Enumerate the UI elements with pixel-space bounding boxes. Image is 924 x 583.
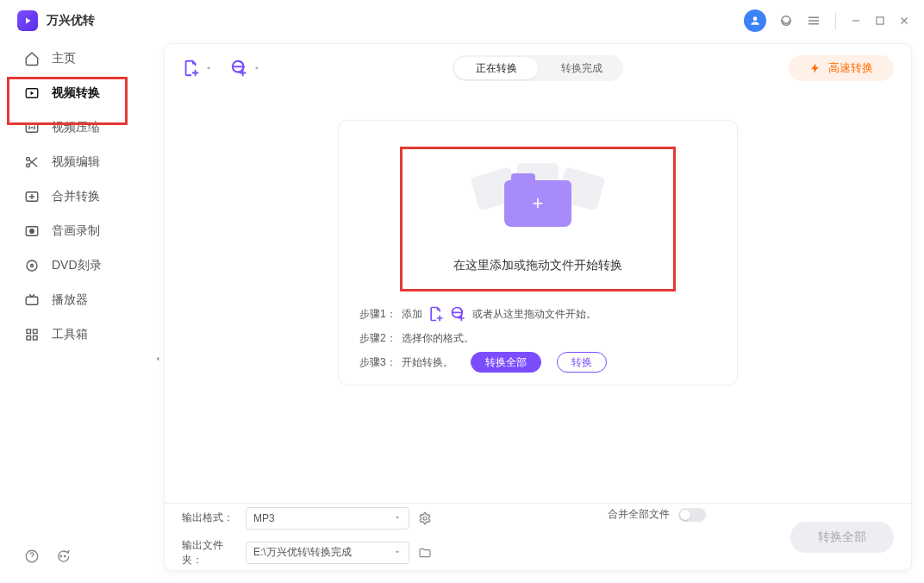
svg-rect-16	[34, 336, 38, 341]
convert-pill[interactable]: 转换	[557, 352, 607, 373]
title-bar: 万兴优转	[0, 0, 924, 41]
output-format-label: 输出格式：	[182, 511, 237, 525]
svg-point-5	[27, 157, 30, 160]
add-file-icon	[428, 305, 445, 323]
help-icon[interactable]	[24, 549, 40, 567]
bottom-bar: 输出格式： MP3 输出文件夹： E:\万兴优转\转换完成 合并全部文件 转换全…	[165, 503, 911, 570]
add-url-button[interactable]	[230, 59, 261, 78]
sidebar-item-merge-convert[interactable]: 合并转换	[0, 179, 157, 214]
drop-card: + 在这里添加或拖动文件开始转换 步骤1： 添加 或者从这里拖动文件开始。 步骤…	[338, 120, 738, 386]
sidebar-item-toolbox[interactable]: 工具箱	[0, 317, 157, 352]
svg-rect-13	[27, 329, 31, 334]
sidebar-item-label: 视频压缩	[52, 120, 100, 135]
output-format-select[interactable]: MP3	[246, 507, 409, 530]
video-convert-icon	[24, 85, 40, 101]
svg-point-22	[423, 517, 427, 520]
step1-text: 添加	[402, 307, 422, 322]
sidebar-item-video-compress[interactable]: 视频压缩	[0, 110, 157, 145]
sidebar-item-label: 主页	[52, 51, 76, 66]
sidebar-item-video-convert[interactable]: 视频转换	[0, 76, 157, 110]
main-panel: 正在转换 转换完成 高速转换 + 在这里添加或拖动文件开始转换 步骤1： 添加 …	[164, 43, 912, 571]
output-folder-value: E:\万兴优转\转换完成	[253, 545, 352, 560]
svg-rect-2	[877, 17, 883, 24]
step3-label: 步骤3：	[359, 355, 396, 370]
grid-icon	[24, 327, 40, 342]
sidebar-item-label: 视频转换	[52, 85, 100, 101]
steps: 步骤1： 添加 或者从这里拖动文件开始。 步骤2： 选择你的格式。 步骤3： 开…	[339, 292, 737, 374]
merge-toggle[interactable]	[678, 508, 706, 522]
add-url-icon	[450, 305, 467, 323]
svg-point-18	[60, 555, 62, 557]
svg-rect-15	[27, 336, 31, 341]
drop-zone[interactable]: + 在这里添加或拖动文件开始转换	[400, 147, 676, 292]
merge-icon	[24, 189, 40, 204]
open-folder-icon[interactable]	[418, 546, 432, 560]
tab-converting[interactable]: 正在转换	[454, 57, 538, 79]
sidebar-item-label: 播放器	[52, 292, 88, 308]
svg-point-19	[65, 555, 66, 557]
svg-point-10	[27, 260, 37, 271]
convert-all-pill[interactable]: 转换全部	[471, 352, 541, 373]
close-icon[interactable]	[898, 15, 910, 27]
settings-icon[interactable]	[418, 511, 432, 525]
fast-convert-label: 高速转换	[828, 60, 873, 76]
record-icon	[24, 223, 40, 239]
maximize-icon[interactable]	[874, 15, 886, 27]
convert-all-button[interactable]: 转换全部	[790, 522, 894, 553]
feedback-icon[interactable]	[55, 549, 71, 567]
svg-point-11	[31, 265, 34, 267]
sidebar-item-label: 音画录制	[52, 223, 100, 239]
app-title: 万兴优转	[47, 13, 95, 28]
step1-tail: 或者从这里拖动文件开始。	[472, 307, 596, 322]
svg-point-0	[753, 16, 758, 21]
tab-completed[interactable]: 转换完成	[540, 55, 623, 81]
output-folder-label: 输出文件夹：	[182, 538, 237, 567]
sidebar-item-label: 合并转换	[52, 189, 100, 204]
support-icon[interactable]	[778, 13, 794, 28]
sidebar-item-player[interactable]: 播放器	[0, 283, 157, 317]
svg-rect-12	[26, 297, 38, 304]
step2-label: 步骤2：	[359, 331, 396, 346]
output-format-value: MP3	[253, 512, 275, 524]
sidebar-item-label: 视频编辑	[52, 154, 100, 170]
sidebar-collapse-button[interactable]	[152, 350, 164, 367]
minimize-icon[interactable]	[850, 15, 862, 27]
bolt-icon	[809, 62, 821, 74]
user-avatar[interactable]	[744, 9, 766, 32]
divider	[835, 12, 836, 29]
svg-rect-14	[34, 329, 38, 334]
sidebar-item-screen-record[interactable]: 音画录制	[0, 214, 157, 248]
hamburger-menu-icon[interactable]	[806, 13, 821, 28]
toolbar: 正在转换 转换完成 高速转换	[165, 44, 911, 92]
sidebar-item-label: DVD刻录	[52, 258, 102, 273]
merge-label: 合并全部文件	[608, 507, 670, 522]
fast-convert-button[interactable]: 高速转换	[789, 55, 894, 81]
svg-point-9	[30, 229, 34, 234]
tv-icon	[24, 292, 40, 308]
sidebar-item-home[interactable]: 主页	[0, 41, 157, 76]
sidebar: 主页 视频转换 视频压缩 视频编辑 合并转换 音画录制 DVD刻录 播放器 工具…	[0, 41, 157, 583]
home-icon	[24, 51, 40, 66]
add-file-button[interactable]	[182, 59, 213, 78]
svg-point-6	[27, 164, 30, 167]
scissors-icon	[24, 154, 40, 170]
disc-icon	[24, 258, 40, 273]
output-folder-select[interactable]: E:\万兴优转\转换完成	[246, 542, 409, 564]
step2-text: 选择你的格式。	[402, 331, 474, 346]
status-tabs: 正在转换 转换完成	[453, 55, 623, 81]
drop-text: 在这里添加或拖动文件开始转换	[453, 258, 622, 273]
drop-illustration: +	[469, 165, 607, 242]
app-logo	[17, 10, 38, 31]
step3-text: 开始转换。	[402, 355, 453, 370]
step1-label: 步骤1：	[359, 307, 396, 322]
sidebar-item-label: 工具箱	[52, 327, 88, 342]
folder-plus-icon: +	[504, 180, 571, 227]
compress-icon	[24, 120, 40, 135]
sidebar-item-video-edit[interactable]: 视频编辑	[0, 145, 157, 179]
sidebar-item-dvd-burn[interactable]: DVD刻录	[0, 248, 157, 283]
